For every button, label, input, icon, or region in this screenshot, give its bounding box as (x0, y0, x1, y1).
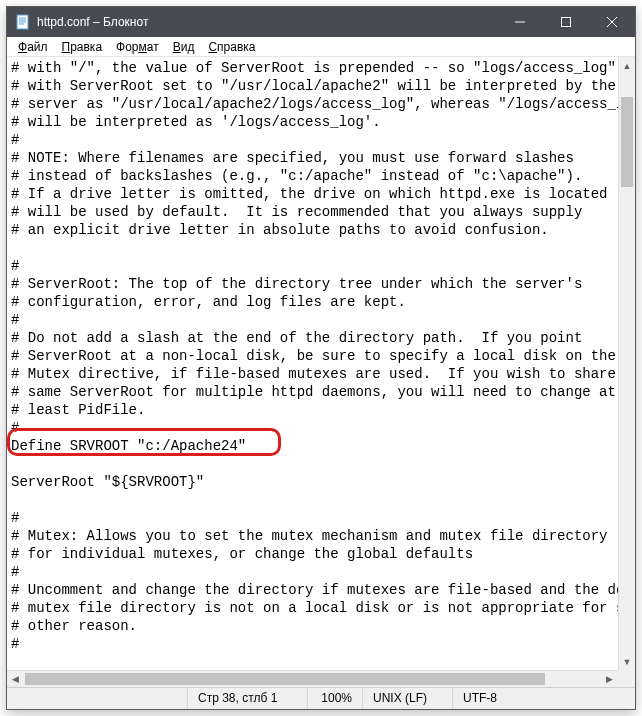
window-controls (497, 7, 635, 37)
window-title: httpd.conf – Блокнот (37, 15, 497, 29)
horizontal-scrollbar[interactable]: ◀ ▶ (7, 670, 618, 687)
status-spacer (7, 688, 187, 709)
menu-format[interactable]: Формат (109, 39, 166, 55)
vertical-scrollbar[interactable]: ▲ ▼ (618, 57, 635, 670)
close-button[interactable] (589, 7, 635, 37)
scroll-corner (618, 670, 635, 687)
menu-view[interactable]: Вид (166, 39, 202, 55)
text-editor[interactable]: # with "/", the value of ServerRoot is p… (7, 57, 618, 670)
status-encoding: UTF-8 (452, 688, 635, 709)
notepad-icon (15, 14, 31, 30)
statusbar: Стр 38, стлб 1 100% UNIX (LF) UTF-8 (7, 687, 635, 709)
menubar: Файл Правка Формат Вид Справка (7, 37, 635, 57)
scroll-left-icon[interactable]: ◀ (7, 671, 24, 687)
vertical-scroll-thumb[interactable] (621, 97, 633, 187)
editor-area: # with "/", the value of ServerRoot is p… (7, 57, 635, 687)
scroll-right-icon[interactable]: ▶ (601, 671, 618, 687)
status-position: Стр 38, стлб 1 (187, 688, 307, 709)
status-zoom[interactable]: 100% (307, 688, 362, 709)
menu-help[interactable]: Справка (201, 39, 262, 55)
scroll-down-icon[interactable]: ▼ (619, 653, 635, 670)
horizontal-scroll-thumb[interactable] (25, 673, 545, 685)
menu-edit[interactable]: Правка (55, 39, 110, 55)
titlebar[interactable]: httpd.conf – Блокнот (7, 7, 635, 37)
status-eol: UNIX (LF) (362, 688, 452, 709)
scroll-up-icon[interactable]: ▲ (619, 57, 635, 74)
maximize-button[interactable] (543, 7, 589, 37)
notepad-window: httpd.conf – Блокнот Файл Правка Формат … (6, 6, 636, 710)
minimize-button[interactable] (497, 7, 543, 37)
svg-rect-6 (562, 18, 571, 27)
menu-file[interactable]: Файл (11, 39, 55, 55)
